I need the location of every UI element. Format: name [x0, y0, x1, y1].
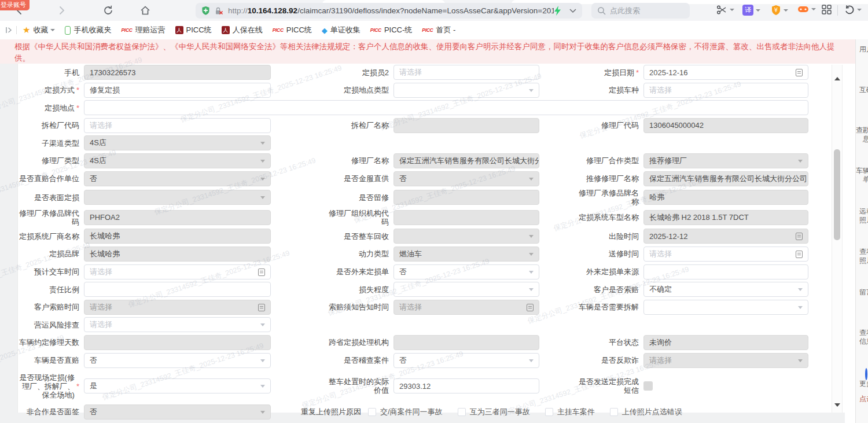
duplicate-photo-reason-option[interactable]: 主挂车案件 [545, 407, 595, 417]
forward-icon [57, 5, 67, 16]
field-value: 否 [90, 174, 97, 184]
money-shield-icon: ¥ [771, 5, 781, 16]
checkbox[interactable] [458, 408, 466, 416]
field-label: 定损系统厂商名称 [19, 232, 79, 241]
bookmark-item[interactable]: 人PICC统 [173, 24, 214, 36]
bookmark-item[interactable]: 手机收藏夹 [62, 24, 113, 36]
field-label-cell: 修理厂组织机构代码 [271, 209, 393, 226]
caret-icon [756, 9, 760, 12]
select-input[interactable]: 否 [393, 353, 539, 368]
sidebar-item-label: 车辆清单 [855, 167, 868, 184]
screenshot-scissors-button[interactable] [716, 5, 734, 15]
checkbox[interactable] [545, 408, 553, 416]
duplicate-photo-reason-option[interactable]: 互为三者同一事故 [458, 407, 530, 417]
bookmark-item[interactable]: PICCPICC-统 [368, 24, 415, 36]
field-label: 定损日期 [604, 68, 634, 77]
field-value: 推荐修理厂 [649, 156, 687, 166]
sidebar-item[interactable]: 查勘信息 [855, 126, 868, 144]
text-input: 长城哈弗 [84, 247, 271, 262]
field-value: 4S店 [90, 138, 106, 148]
field-label-cell: 拆检厂名称 [271, 118, 393, 133]
select-input[interactable] [393, 282, 539, 297]
date-input[interactable]: 2025-12-16 [643, 65, 808, 80]
sidebar-item[interactable]: 更多 [855, 369, 868, 388]
text-input[interactable]: 请选择 [84, 118, 271, 133]
text-input[interactable]: 请选择 [643, 83, 808, 98]
search-input[interactable]: 点此搜索 [591, 3, 690, 19]
field-label: 是否整车回收 [344, 232, 389, 241]
games-button[interactable] [797, 5, 816, 14]
bookmark-item[interactable]: ◆单证收集 [319, 24, 363, 36]
sidebar-item[interactable]: 互碰 [855, 86, 868, 94]
sidebar-item[interactable]: 用户 [855, 45, 868, 54]
field-placeholder: 请选择 [90, 120, 112, 131]
checkbox[interactable] [368, 408, 376, 416]
field-label-cell: 是否外来定损单 [271, 264, 393, 279]
field-label: 修理厂类型 [42, 156, 79, 165]
field-label: 跨省定损处理机构 [329, 338, 389, 347]
browser-window: { "browser": { "badge": "登录账号", "url": {… [0, 0, 868, 423]
text-input[interactable] [84, 100, 808, 115]
sidebar-item[interactable]: 车辆清单 [855, 167, 868, 184]
url-dropdown-chevron-icon[interactable] [569, 9, 576, 13]
text-input[interactable] [84, 282, 271, 297]
field-label: 车辆是否直赔 [34, 356, 79, 365]
wallet-shield-button[interactable]: ¥ [771, 5, 788, 16]
bookmark-item[interactable]: ★收藏 [20, 24, 57, 36]
expand-sidebar-icon[interactable] [5, 26, 13, 34]
field-value: 哈弗 [649, 192, 664, 203]
refresh-button[interactable] [102, 4, 115, 17]
home-button[interactable] [139, 4, 152, 17]
sidebar-item[interactable]: 留言 [855, 288, 868, 297]
select-input[interactable] [393, 83, 539, 98]
duplicate-photo-reason-option[interactable]: 上传照片点选错误 [610, 407, 682, 417]
field-label: 索赔须知告知时间 [329, 303, 389, 311]
bookmark-item[interactable]: PICC首页 - [420, 24, 458, 36]
date-input[interactable]: 请选择 [643, 247, 808, 262]
lightning-icon[interactable] [554, 6, 561, 16]
sidebar-item[interactable]: 查看 信息 [855, 329, 868, 346]
select-input[interactable]: 是 [84, 378, 271, 393]
scroll-down-arrow[interactable] [834, 403, 840, 407]
bookmark-item[interactable]: PICC理赔运营 [119, 24, 167, 36]
field-label: 车辆约定修理天数 [19, 338, 79, 347]
field-label: 客户是否索赔 [594, 285, 639, 294]
date-input: 请选择 [393, 300, 539, 315]
field-cell: 交/商案件同一事故互为三者同一事故主挂车案件上传照片点选错误 [368, 404, 808, 420]
text-input[interactable] [643, 264, 808, 279]
form-row: 修理厂承修品牌代码PHFOA2修理厂组织机构代码定损系统车型名称长城哈弗 H2 … [16, 209, 808, 226]
forward-button[interactable] [56, 4, 68, 17]
bookmarks-bar: ★收藏手机收藏夹PICC理赔运营人PICC统人人保在线PICCPICC统◆单证收… [0, 21, 868, 39]
sidebar-item[interactable]: 点击 [855, 395, 868, 403]
select-input[interactable]: 请选择 [84, 317, 271, 332]
field-value: 4S店 [90, 156, 106, 166]
address-bar[interactable]: http://10.164.128.92/claimcar/31190/defl… [196, 3, 582, 19]
duplicate-photo-reason-option[interactable]: 交/商案件同一事故 [368, 407, 443, 417]
text-input[interactable]: 修复定损 [84, 83, 271, 98]
field-label: 定损员2 [362, 68, 389, 77]
field-label-cell: 车辆是否直赔 [16, 353, 84, 368]
select-input[interactable] [643, 300, 808, 315]
apps-grid-button[interactable] [822, 5, 832, 14]
select-input[interactable]: 否 [393, 264, 539, 279]
required-star: * [76, 86, 79, 94]
translate-button[interactable]: 译 [742, 5, 760, 16]
scroll-up-arrow[interactable] [834, 77, 840, 80]
field-label-cell: 定损系统厂商名称 [16, 229, 84, 244]
select-input[interactable]: 不确定 [643, 282, 808, 297]
bookmark-item[interactable]: PICCPICC统 [270, 24, 314, 36]
select-input[interactable]: 否 [84, 353, 271, 368]
sidebar-item[interactable]: 查看 照片 [855, 248, 868, 265]
date-input[interactable]: 请选择 [84, 264, 271, 279]
url-text: http://10.164.128.92/claimcar/31190/defl… [228, 6, 554, 15]
field-label-cell: 车辆约定修理天数 [16, 335, 84, 350]
vertical-scrollbar-thumb[interactable] [834, 149, 840, 240]
sidebar-item[interactable]: 远程 照片 [855, 207, 868, 225]
checkbox[interactable] [610, 408, 618, 416]
field-label-cell: 是否稽查案件 [271, 353, 393, 368]
field-cell [393, 118, 539, 133]
undo-close-tab-button[interactable] [844, 5, 862, 15]
bookmark-item[interactable]: 人人保在线 [219, 24, 265, 36]
text-input[interactable]: 请选择 [393, 65, 539, 80]
text-input[interactable]: 29303.12 [393, 378, 539, 393]
